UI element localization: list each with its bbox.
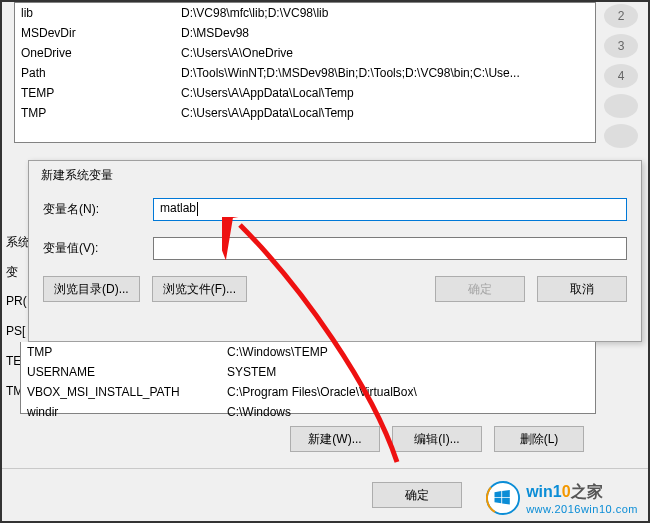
table-row[interactable]: MSDevDirD:\MSDev98 bbox=[15, 23, 595, 43]
var-value: SYSTEM bbox=[221, 362, 595, 382]
var-name: lib bbox=[15, 3, 175, 23]
table-row[interactable]: PathD:\Tools\WinNT;D:\MSDev98\Bin;D:\Too… bbox=[15, 63, 595, 83]
table-row[interactable]: OneDriveC:\Users\A\OneDrive bbox=[15, 43, 595, 63]
var-value: D:\Tools\WinNT;D:\MSDev98\Bin;D:\Tools;D… bbox=[175, 63, 595, 83]
var-value: C:\Windows\TEMP bbox=[221, 342, 595, 362]
side-numbers: 2 3 4 bbox=[604, 2, 644, 148]
system-variables-list[interactable]: libD:\VC98\mfc\lib;D:\VC98\lib MSDevDirD… bbox=[14, 2, 596, 143]
table-row[interactable]: libD:\VC98\mfc\lib;D:\VC98\lib bbox=[15, 3, 595, 23]
var-value: C:\Program Files\Oracle\VirtualBox\ bbox=[221, 382, 595, 402]
var-name: VBOX_MSI_INSTALL_PATH bbox=[21, 382, 221, 402]
var-value: D:\MSDev98 bbox=[175, 23, 595, 43]
var-value: D:\VC98\mfc\lib;D:\VC98\lib bbox=[175, 3, 595, 23]
table-row[interactable]: VBOX_MSI_INSTALL_PATHC:\Program Files\Or… bbox=[21, 382, 595, 402]
delete-button[interactable]: 删除(L) bbox=[494, 426, 584, 452]
watermark-url: www.2016win10.com bbox=[526, 503, 638, 515]
win10-logo-icon bbox=[486, 481, 520, 515]
divider bbox=[2, 468, 648, 469]
table-row[interactable]: TEMPC:\Users\A\AppData\Local\Temp bbox=[15, 83, 595, 103]
var-value: C:\Users\A\OneDrive bbox=[175, 43, 595, 63]
table-row[interactable]: TMPC:\Users\A\AppData\Local\Temp bbox=[15, 103, 595, 123]
table-row[interactable]: windirC:\Windows bbox=[21, 402, 595, 422]
variable-name-input[interactable]: matlab bbox=[153, 198, 627, 221]
var-name: OneDrive bbox=[15, 43, 175, 63]
dialog-title: 新建系统变量 bbox=[29, 161, 641, 190]
system-variables-list-bottom[interactable]: TMPC:\Windows\TEMP USERNAMESYSTEM VBOX_M… bbox=[20, 342, 596, 414]
var-name: Path bbox=[15, 63, 175, 83]
bubble-3: 3 bbox=[604, 34, 638, 58]
var-value: C:\Windows bbox=[221, 402, 595, 422]
variable-value-input[interactable] bbox=[153, 237, 627, 260]
browse-file-button[interactable]: 浏览文件(F)... bbox=[152, 276, 247, 302]
new-button[interactable]: 新建(W)... bbox=[290, 426, 380, 452]
ok-button[interactable]: 确定 bbox=[435, 276, 525, 302]
browse-directory-button[interactable]: 浏览目录(D)... bbox=[43, 276, 140, 302]
variable-value-label: 变量值(V): bbox=[43, 240, 143, 257]
var-name: USERNAME bbox=[21, 362, 221, 382]
table-row[interactable]: TMPC:\Windows\TEMP bbox=[21, 342, 595, 362]
var-name: windir bbox=[21, 402, 221, 422]
new-system-variable-dialog: 新建系统变量 变量名(N): matlab 变量值(V): 浏览目录(D)...… bbox=[28, 160, 642, 342]
bubble-blank1 bbox=[604, 94, 638, 118]
cancel-button[interactable]: 取消 bbox=[537, 276, 627, 302]
edit-button[interactable]: 编辑(I)... bbox=[392, 426, 482, 452]
table-row[interactable]: USERNAMESYSTEM bbox=[21, 362, 595, 382]
parent-ok-button[interactable]: 确定 bbox=[372, 482, 462, 508]
variable-name-label: 变量名(N): bbox=[43, 201, 143, 218]
var-name: TMP bbox=[21, 342, 221, 362]
var-value: C:\Users\A\AppData\Local\Temp bbox=[175, 103, 595, 123]
var-name: TMP bbox=[15, 103, 175, 123]
text-cursor bbox=[197, 202, 198, 216]
var-name: TEMP bbox=[15, 83, 175, 103]
var-name: MSDevDir bbox=[15, 23, 175, 43]
bubble-blank2 bbox=[604, 124, 638, 148]
watermark: win10之家 www.2016win10.com bbox=[486, 481, 638, 515]
watermark-brand: win10之家 bbox=[526, 482, 638, 503]
bubble-2: 2 bbox=[604, 4, 638, 28]
var-value: C:\Users\A\AppData\Local\Temp bbox=[175, 83, 595, 103]
bubble-4: 4 bbox=[604, 64, 638, 88]
